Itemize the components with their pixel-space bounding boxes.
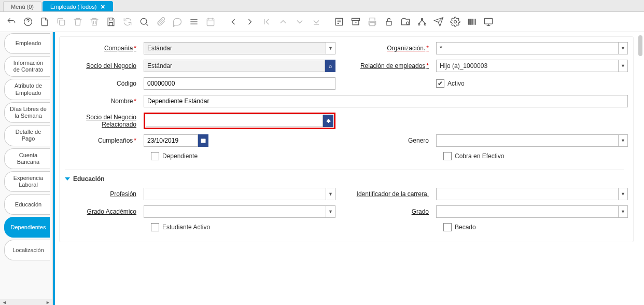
new-icon[interactable]	[37, 15, 52, 29]
sidebar-item-detalle-pago[interactable]: Detalle de Pago	[4, 125, 50, 146]
dropdown-genero[interactable]: ▼	[619, 134, 628, 147]
svg-rect-29	[485, 18, 493, 24]
list-icon[interactable]	[187, 15, 201, 29]
dropdown-ident-carrera[interactable]: ▼	[619, 188, 628, 200]
svg-rect-16	[352, 18, 360, 20]
dropdown-compania[interactable]: ▼	[326, 42, 335, 54]
calendar-icon[interactable]	[203, 15, 218, 29]
tab-empleado[interactable]: Empleado (Todos) ×	[43, 1, 113, 11]
form-grid: Compañía Estándar ▼ Organización. * ▼ So…	[65, 42, 624, 160]
tab-strip: Menú (0) Empleado (Todos) ×	[0, 0, 644, 11]
field-organizacion: * ▼	[436, 42, 628, 54]
section-educacion: Educación	[65, 170, 624, 183]
label-ident-carrera: Identificador de la carrera.	[342, 190, 430, 198]
copy-icon[interactable]	[54, 15, 68, 29]
next-icon[interactable]	[243, 15, 257, 29]
sidebar-item-educacion[interactable]: Educación	[4, 194, 50, 215]
tab-label: Empleado (Todos)	[50, 4, 96, 10]
sidebar-item-info-contrato[interactable]: Información de Contrato	[4, 56, 50, 77]
sidebar-item-cuenta-bancaria[interactable]: Cuenta Bancaria	[4, 148, 50, 169]
input-organizacion[interactable]: *	[436, 42, 619, 54]
trash-icon[interactable]	[87, 15, 102, 29]
vertical-scrollbar[interactable]	[638, 32, 643, 305]
undo-icon[interactable]	[4, 15, 19, 29]
app-window: Menú (0) Empleado (Todos) ×	[0, 0, 644, 305]
refresh-icon[interactable]	[120, 15, 135, 29]
svg-rect-1	[60, 20, 65, 25]
collapse-icon[interactable]	[65, 177, 70, 181]
svg-rect-17	[386, 21, 391, 25]
down-icon[interactable]	[292, 15, 307, 29]
checkbox-becado[interactable]	[443, 223, 452, 231]
input-genero[interactable]	[436, 134, 619, 147]
prev-icon[interactable]	[226, 15, 241, 29]
print-icon[interactable]	[365, 15, 380, 29]
input-socio-rel[interactable]	[146, 115, 323, 127]
sidebar-label: Experiencia Laboral	[10, 175, 47, 188]
folder-icon[interactable]	[398, 15, 413, 29]
calendar-cumple[interactable]	[198, 134, 208, 147]
dropdown-profesion[interactable]: ▼	[326, 188, 335, 200]
input-profesion[interactable]	[144, 188, 326, 200]
sidebar-label: Días Libres de la Semana	[10, 106, 47, 119]
workflow-icon[interactable]	[415, 15, 429, 29]
last-icon[interactable]	[309, 15, 324, 29]
attach-icon[interactable]	[153, 15, 168, 29]
sidebar: Empleado Información de Contrato Atribut…	[0, 32, 53, 305]
send-icon[interactable]	[431, 15, 446, 29]
lookup-socio-negocio[interactable]: ⌕	[325, 60, 335, 72]
label-activo: Activo	[447, 80, 465, 87]
input-codigo[interactable]	[144, 77, 335, 90]
chat-icon[interactable]	[170, 15, 185, 29]
checkbox-activo[interactable]	[436, 79, 444, 88]
input-cumple[interactable]	[144, 134, 198, 147]
input-ident-carrera[interactable]	[436, 188, 619, 200]
form-panel: Compañía Estándar ▼ Organización. * ▼ So…	[59, 36, 634, 242]
checkbox-estudiante[interactable]	[151, 223, 159, 231]
barcode-icon[interactable]	[465, 15, 479, 29]
sidebar-item-dias-libres[interactable]: Días Libres de la Semana	[4, 102, 50, 123]
field-becado: Becado	[443, 223, 628, 231]
field-cumple	[144, 134, 335, 147]
lookup-socio-rel[interactable]: ✱	[323, 115, 333, 127]
input-nombre[interactable]	[144, 95, 628, 107]
input-grado-acad[interactable]	[144, 205, 326, 218]
dropdown-organizacion[interactable]: ▼	[619, 42, 628, 54]
report-icon[interactable]	[332, 15, 346, 29]
label-grado: Grado	[342, 208, 430, 215]
sidebar-item-atributo[interactable]: Atributo de Empleado	[4, 79, 50, 100]
sidebar-scroll[interactable]: Empleado Información de Contrato Atribut…	[0, 32, 52, 299]
sidebar-item-empleado[interactable]: Empleado	[4, 33, 50, 54]
sidebar-item-localizacion[interactable]: Localización	[4, 240, 50, 260]
dropdown-grado-acad[interactable]: ▼	[326, 205, 335, 218]
input-relacion-empleados[interactable]: Hijo (a)_1000003	[436, 60, 619, 72]
input-socio-negocio[interactable]: Estándar	[144, 60, 325, 72]
close-icon[interactable]: ×	[101, 3, 105, 11]
gear-icon[interactable]	[448, 15, 463, 29]
delete-icon[interactable]	[71, 15, 85, 29]
sidebar-label: Cuenta Bancaria	[10, 152, 47, 165]
input-grado[interactable]	[436, 205, 619, 218]
up-icon[interactable]	[276, 15, 290, 29]
archive-icon[interactable]	[348, 15, 363, 29]
sidebar-item-dependientes[interactable]: Dependientes	[4, 217, 50, 238]
label-estudiante: Estudiante Activo	[162, 224, 210, 231]
sidebar-hscroll[interactable]: ◄►	[0, 299, 52, 305]
input-compania[interactable]: Estándar	[144, 42, 326, 54]
help-icon[interactable]	[21, 15, 35, 29]
checkbox-dependiente[interactable]	[151, 152, 159, 160]
sidebar-item-exp-laboral[interactable]: Experiencia Laboral	[4, 171, 50, 192]
field-genero: ▼	[436, 134, 628, 147]
first-icon[interactable]	[259, 15, 274, 29]
tab-label: Menú (0)	[11, 4, 34, 10]
search-icon[interactable]	[137, 15, 151, 29]
dropdown-relacion-empleados[interactable]: ▼	[619, 60, 628, 72]
save-icon[interactable]	[104, 15, 118, 29]
screen-icon[interactable]	[481, 15, 496, 29]
lock-icon[interactable]	[382, 15, 396, 29]
checkbox-cobra[interactable]	[443, 152, 452, 160]
dropdown-grado[interactable]: ▼	[619, 205, 628, 218]
field-ident-carrera: ▼	[436, 188, 628, 200]
tab-menu[interactable]: Menú (0)	[3, 1, 41, 11]
field-socio-negocio: Estándar ⌕	[144, 60, 335, 72]
